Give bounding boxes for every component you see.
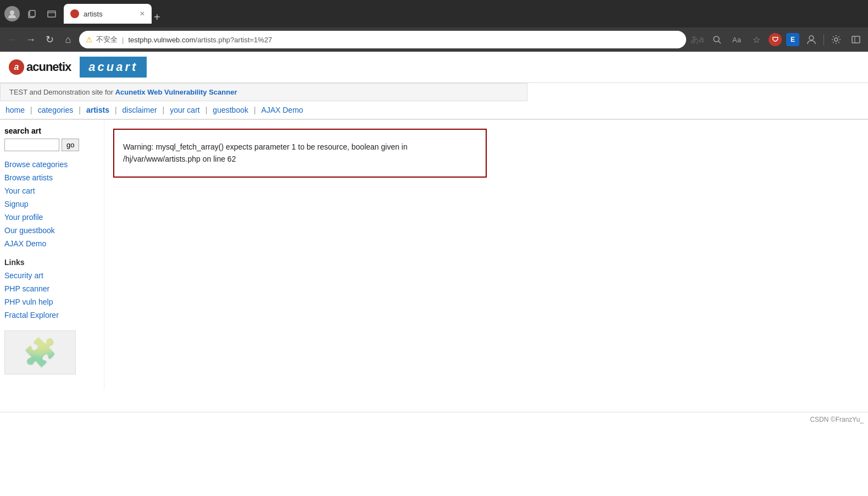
toolbar-icons: あa Aa ☆ 🛡 E — [689, 32, 864, 47]
settings-icon[interactable] — [828, 32, 844, 47]
nav-ajax-demo[interactable]: AJAX Demo — [256, 104, 309, 115]
sidebar-puzzle-image: 🧩 — [4, 330, 76, 374]
refresh-button[interactable]: ↻ — [42, 32, 57, 47]
nav-guestbook[interactable]: guestbook — [207, 104, 254, 115]
address-bar-row: ← → ↻ ⌂ ⚠ 不安全 | testphp.vulnweb.com/arti… — [0, 27, 868, 52]
sidebar-fractal-explorer[interactable]: Fractal Explorer — [0, 308, 104, 322]
address-domain: testphp.vulnweb.com — [128, 36, 195, 44]
page-content: a acunetix acuart TEST and Demonstration… — [0, 52, 868, 427]
address-bar[interactable]: ⚠ 不安全 | testphp.vulnweb.com/artists.php?… — [79, 31, 686, 48]
svg-point-5 — [714, 36, 719, 42]
browser-tabs: artists ✕ + — [64, 4, 864, 24]
search-row: go — [0, 139, 104, 158]
svg-rect-2 — [30, 10, 35, 16]
sidebar-toggle-icon[interactable] — [848, 32, 864, 47]
nav-bar: home | categories | artists | disclaimer… — [0, 101, 868, 120]
nav-categories[interactable]: categories — [32, 104, 79, 115]
svg-line-6 — [719, 41, 721, 43]
address-divider: | — [122, 36, 124, 44]
insecure-label: 不安全 — [96, 35, 118, 45]
tab-title: artists — [84, 10, 103, 18]
forward-button[interactable]: → — [23, 32, 38, 47]
svg-point-0 — [10, 10, 14, 15]
sidebar-browse-categories[interactable]: Browse categories — [0, 158, 104, 171]
main-content: Warning: mysql_fetch_array() expects par… — [104, 120, 868, 186]
security-warning-icon: ⚠ — [86, 35, 93, 44]
copy-icon[interactable] — [24, 6, 40, 21]
bookmark-icon[interactable]: ☆ — [749, 32, 764, 47]
nav-your-cart[interactable]: your cart — [164, 104, 205, 115]
search-input[interactable] — [4, 139, 59, 151]
browser-chrome: artists ✕ + — [0, 0, 868, 27]
address-path: /artists.php?artist=1%27 — [196, 36, 272, 44]
extension-e-icon[interactable]: E — [786, 33, 799, 46]
sidebar-ajax-demo[interactable]: AJAX Demo — [0, 237, 104, 250]
profile-icon[interactable] — [804, 32, 819, 47]
logo-bar: a acunetix acuart — [0, 52, 868, 83]
search-art-label: search art — [0, 126, 104, 139]
new-tab-button[interactable]: + — [154, 11, 160, 24]
svg-point-7 — [809, 36, 814, 40]
sidebar-our-guestbook[interactable]: Our guestbook — [0, 224, 104, 237]
svg-point-8 — [834, 38, 838, 41]
logo-acunetix: a acunetix — [0, 56, 80, 78]
sidebar-signup[interactable]: Signup — [0, 197, 104, 211]
sidebar-php-scanner[interactable]: PHP scanner — [0, 282, 104, 295]
banner-link[interactable]: Acunetix Web Vulnerability Scanner — [115, 88, 237, 96]
error-box: Warning: mysql_fetch_array() expects par… — [113, 129, 487, 178]
sidebar: search art go Browse categories Browse a… — [0, 120, 104, 390]
logo-acuart: acuart — [80, 57, 147, 78]
sidebar-your-profile[interactable]: Your profile — [0, 211, 104, 224]
toolbar-divider — [824, 34, 824, 45]
extension-icon-container: E — [786, 33, 799, 46]
home-button[interactable]: ⌂ — [60, 32, 76, 47]
footer-text: CSDN ©FranzYu_ — [810, 416, 864, 423]
links-section-title: Links — [0, 250, 104, 269]
sidebar-security-art[interactable]: Security art — [0, 269, 104, 282]
acunetix-logo-icon: a — [9, 59, 24, 75]
window-icon[interactable] — [44, 6, 59, 21]
sidebar-your-cart[interactable]: Your cart — [0, 184, 104, 197]
reader-mode-icon[interactable]: Aa — [729, 32, 744, 47]
address-text: testphp.vulnweb.com/artists.php?artist=1… — [128, 36, 680, 44]
acunetix-text: acunetix — [26, 60, 71, 74]
banner-prefix: TEST and Demonstration site for — [9, 88, 115, 96]
svg-rect-3 — [48, 11, 55, 17]
main-layout: search art go Browse categories Browse a… — [0, 120, 868, 390]
nav-artists[interactable]: artists — [81, 104, 115, 115]
svg-rect-9 — [852, 36, 860, 43]
browser-avatar[interactable] — [4, 6, 20, 21]
sidebar-browse-artists[interactable]: Browse artists — [0, 171, 104, 184]
translate-icon[interactable]: あa — [689, 32, 705, 47]
error-message: Warning: mysql_fetch_array() expects par… — [123, 142, 408, 163]
shield-icon[interactable]: 🛡 — [769, 33, 782, 46]
site-banner: TEST and Demonstration site for Acunetix… — [0, 83, 527, 101]
tab-favicon — [70, 9, 79, 18]
nav-home[interactable]: home — [0, 104, 30, 115]
search-go-button[interactable]: go — [62, 139, 79, 151]
back-button[interactable]: ← — [4, 32, 20, 47]
page-footer: CSDN ©FranzYu_ — [0, 412, 868, 427]
tab-close-button[interactable]: ✕ — [140, 10, 145, 18]
sidebar-php-vuln-help[interactable]: PHP vuln help — [0, 295, 104, 308]
nav-disclaimer[interactable]: disclaimer — [117, 104, 163, 115]
search-page-icon[interactable] — [709, 32, 725, 47]
active-tab[interactable]: artists ✕ — [64, 4, 152, 24]
